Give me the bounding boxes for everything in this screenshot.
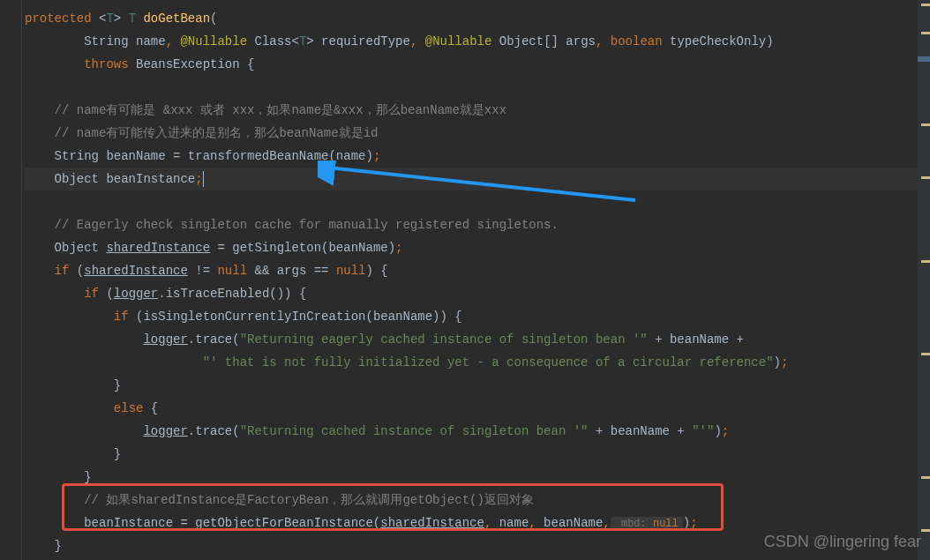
code-comment: // Eagerly check singleton cache for man… — [25, 213, 930, 236]
code-line: } — [25, 443, 930, 466]
code-editor[interactable]: protected <T> T doGetBean( String name, … — [0, 0, 930, 557]
code-line: "' that is not fully initialized yet - a… — [25, 351, 930, 374]
code-comment: // name有可能传入进来的是别名，那么beanName就是id — [25, 122, 930, 145]
code-line: Object sharedInstance = getSingleton(bea… — [25, 236, 930, 259]
code-line — [25, 76, 930, 99]
code-comment: // 如果sharedInstance是FactoryBean，那么就调用get… — [25, 489, 930, 511]
minimap-marker — [921, 529, 930, 532]
text-cursor — [203, 171, 204, 187]
minimap-marker — [921, 176, 930, 179]
code-line: throws BeansException { — [25, 53, 930, 76]
code-line: protected <T> T doGetBean( — [25, 7, 930, 30]
code-line — [25, 190, 930, 213]
minimap-marker — [921, 123, 930, 126]
code-line: String name, @Nullable Class<T> required… — [25, 30, 930, 53]
code-line: String beanName = transformedBeanName(na… — [25, 145, 930, 168]
watermark: CSDN @lingering fear — [764, 530, 921, 553]
minimap-marker — [921, 4, 930, 6]
param-hint: mbd: null — [611, 517, 683, 531]
code-line: if (isSingletonCurrentlyInCreation(beanN… — [25, 305, 930, 328]
minimap-marker — [921, 260, 930, 263]
code-line-current: Object beanInstance; — [25, 168, 930, 190]
code-comment: // name有可能是 &xxx 或者 xxx，如果name是&xxx，那么be… — [25, 99, 930, 122]
minimap-marker — [921, 353, 930, 355]
minimap-cursor — [918, 56, 930, 62]
code-line: } — [25, 466, 930, 489]
code-line: logger.trace("Returning cached instance … — [25, 420, 930, 443]
code-line: if (sharedInstance != null && args == nu… — [25, 259, 930, 282]
minimap-marker — [921, 32, 930, 34]
minimap-marker — [921, 476, 930, 479]
code-line: logger.trace("Returning eagerly cached i… — [25, 328, 930, 351]
code-line: } — [25, 374, 930, 397]
code-line: if (logger.isTraceEnabled()) { — [25, 282, 930, 305]
minimap[interactable] — [918, 0, 930, 560]
code-line: else { — [25, 397, 930, 420]
